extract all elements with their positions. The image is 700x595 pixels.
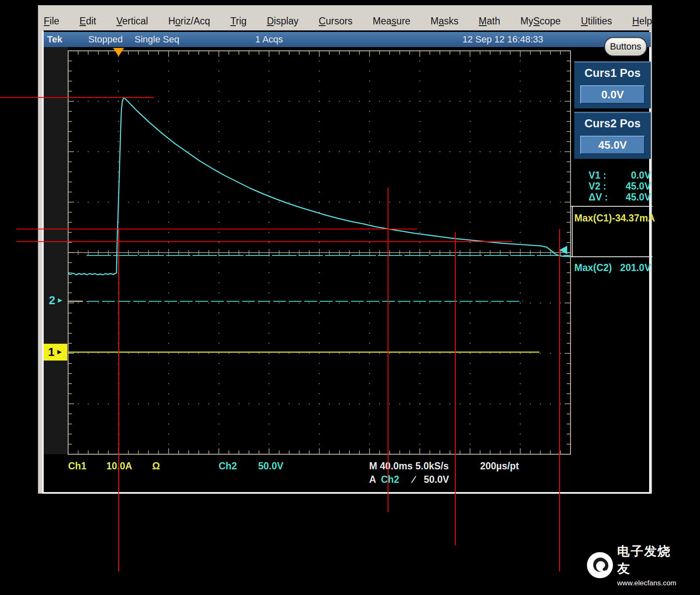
datetime-label: 12 Sep 12 16:48:33 (462, 34, 543, 45)
ch1-marker-label: 1 (48, 345, 55, 359)
ch1-scale-readout[interactable]: 10.0A (106, 461, 132, 472)
menu-item-measure[interactable]: Measure (373, 16, 411, 27)
measurement-separator-bottom (571, 256, 652, 257)
elecfans-logo-icon (587, 552, 613, 578)
acquisition-state: Stopped (88, 34, 123, 45)
max-c2-label: Max(C2) (574, 262, 612, 274)
menu-item-file[interactable]: File (44, 16, 59, 27)
ch2-ground-marker[interactable]: 2 ► (49, 294, 63, 307)
ch1-coupling-readout: Ω (152, 461, 160, 472)
cursor-readout-v2: V2 : 45.0V (574, 181, 651, 192)
buttons-button[interactable]: Buttons (604, 37, 647, 56)
ch2-marker-label: 2 (49, 294, 55, 307)
v2-value: 45.0V (626, 181, 651, 192)
curs2-pos-panel: Curs2 Pos 45.0V (574, 112, 651, 159)
max-c1-value: -34.37mA (612, 213, 655, 224)
ch1-readout-label[interactable]: Ch1 (68, 461, 86, 472)
curs2-pos-field[interactable]: 45.0V (580, 136, 645, 154)
menu-item-horiz-acq[interactable]: Horiz/Acq (168, 16, 210, 27)
menu-item-masks[interactable]: Masks (431, 16, 458, 27)
measurement-separator-top (571, 206, 652, 207)
trigger-level-readout[interactable]: 50.0V (424, 474, 449, 485)
max-c1-label: Max(C1) (574, 213, 612, 224)
scope-display-area (42, 30, 651, 494)
dv-label: ΔV : (589, 192, 608, 203)
menu-item-help[interactable]: Help (632, 16, 652, 27)
max-c2-value: 201.0V (620, 262, 651, 274)
cursor-readout-v1: V1 : 0.0V (574, 170, 651, 181)
menu-item-trig[interactable]: Trig (230, 16, 247, 27)
measurement-max-c2: Max(C2) 201.0V (574, 262, 651, 274)
v2-label: V2 : (589, 181, 606, 192)
curs2-pos-title: Curs2 Pos (574, 117, 651, 130)
curs1-pos-title: Curs1 Pos (574, 67, 651, 80)
curs1-pos-panel: Curs1 Pos 0.0V (574, 61, 651, 108)
trigger-mode-readout: A (369, 474, 376, 485)
acquisition-count: 1 Acqs (255, 34, 283, 45)
menu-item-cursors[interactable]: Cursors (319, 16, 353, 27)
menu-item-display[interactable]: Display (267, 16, 298, 27)
page: File Edit Vertical Horiz/Acq Trig Displa… (0, 0, 700, 595)
brand-label: Tek (47, 34, 62, 45)
measurement-box-edge (572, 207, 573, 257)
v1-label: V1 : (589, 170, 606, 181)
ch2-marker-arrow-icon: ► (57, 296, 64, 305)
resolution-readout: 200µs/pt (480, 461, 519, 472)
watermark-site-name: 电子发烧友 (617, 543, 676, 577)
trigger-slope-icon: ∕ (413, 474, 415, 485)
dv-value: 45.0V (626, 192, 651, 203)
menu-item-edit[interactable]: Edit (79, 16, 96, 27)
timebase-readout[interactable]: M 40.0ms 5.0kS/s (369, 461, 449, 472)
menu-item-utilities[interactable]: Utilities (581, 16, 612, 27)
v1-value: 0.0V (631, 170, 651, 181)
menu-item-vertical[interactable]: Vertical (116, 16, 148, 27)
graticule-left-gutter (44, 47, 68, 454)
menu-item-math[interactable]: Math (479, 16, 500, 27)
curs1-pos-field[interactable]: 0.0V (580, 85, 645, 104)
measurement-max-c1: Max(C1) -34.37mA (574, 213, 651, 224)
ch2-readout-label[interactable]: Ch2 (219, 461, 237, 472)
ch1-ground-marker[interactable]: 1 ► (44, 344, 67, 361)
cursor-readout-dv: ΔV : 45.0V (574, 192, 651, 203)
ch1-marker-arrow-icon: ► (56, 348, 63, 356)
ch2-scale-readout[interactable]: 50.0V (258, 461, 283, 472)
trigger-source-readout[interactable]: Ch2 (381, 474, 399, 485)
menu-bar: File Edit Vertical Horiz/Acq Trig Displa… (44, 13, 641, 29)
acquisition-mode: Single Seq (135, 34, 179, 45)
menu-item-myscope[interactable]: MyScope (520, 16, 561, 27)
watermark: 电子发烧友 www.elecfans.com (587, 543, 676, 587)
watermark-site-url: www.elecfans.com (617, 579, 676, 587)
